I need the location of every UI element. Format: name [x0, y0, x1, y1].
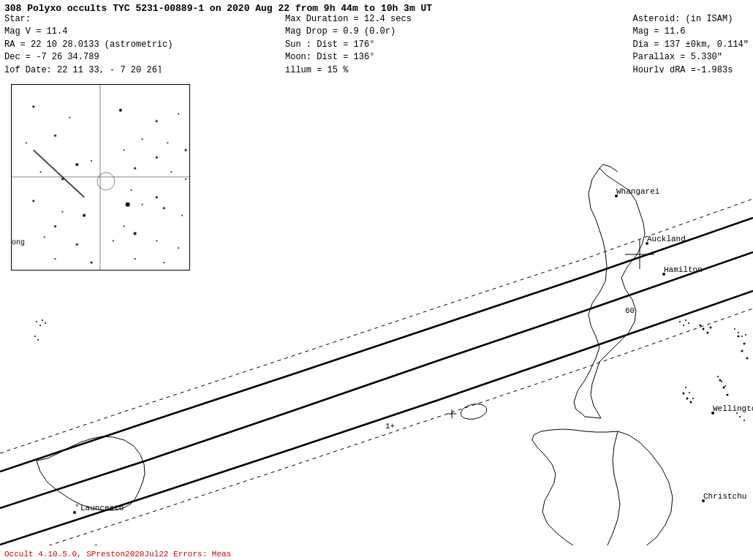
asteroid-dia: Dia = 137 ±0km, 0.114": [633, 39, 749, 51]
mag-drop: Mag Drop = 0.9 (0.0r): [285, 26, 417, 38]
asteroid-mag: Mag = 11.6: [633, 26, 749, 38]
asteroid-label: Asteroid: (in ISAM): [633, 13, 749, 26]
parallax: Parallax = 5.330": [633, 51, 749, 64]
dec: Dec = -7 26 34.789: [4, 51, 173, 64]
star-label: Star:: [4, 13, 173, 26]
moon-dist: Moon: Dist = 136°: [285, 51, 417, 64]
max-duration: Max Duration = 12.4 secs: [285, 13, 417, 26]
map-area: [0, 73, 753, 545]
sun-dist: Sun : Dist = 176°: [285, 39, 417, 51]
star-chart-canvas: [12, 85, 189, 270]
star-chart-inset: [11, 84, 190, 270]
footer-text: Occult 4.10.5.0, SPreston2020Jul22 Error…: [4, 550, 231, 559]
footer: Occult 4.10.5.0, SPreston2020Jul22 Error…: [4, 550, 231, 559]
ra: RA = 22 10 28.0133 (astrometric): [4, 39, 173, 51]
mag-v: Mag V = 11.4: [4, 26, 173, 38]
